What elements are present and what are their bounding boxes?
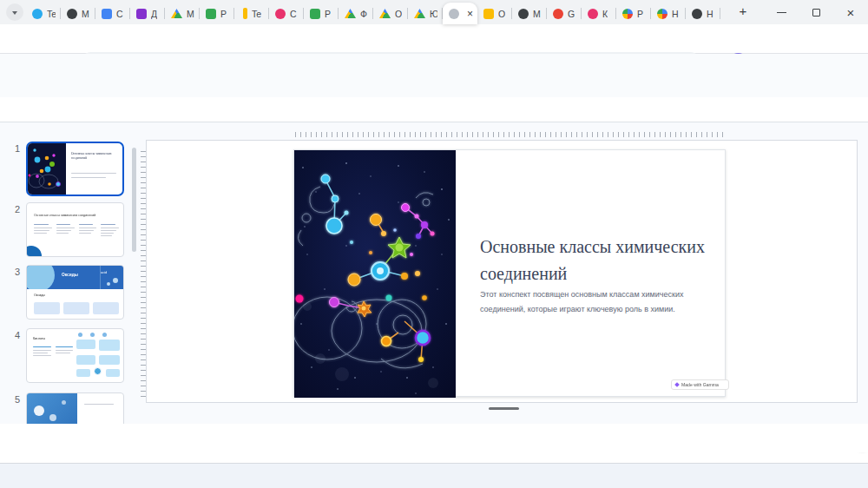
thumb2-decor-circle [26,246,42,257]
new-tab-button[interactable]: + [734,3,752,18]
gamma-badge-text: Made with Gamma [681,382,719,386]
tab-favicon [102,9,112,19]
filmstrip-scrollbar[interactable] [132,148,136,252]
horizontal-ruler [295,132,727,137]
window-minimize-button[interactable] [764,0,799,24]
browser-tab[interactable]: Te [234,3,269,24]
browser-tab[interactable]: Ф [339,3,373,24]
tab-close-icon[interactable]: × [467,9,473,19]
tab-favicon [692,9,702,19]
slides-header: Основные классы химических соединений .P… [0,54,868,97]
tab-favicon [449,9,459,19]
tab-favicon [136,9,147,19]
tab-list: Te М С Д [26,3,720,24]
restore-icon [812,9,820,16]
browser-tab[interactable]: Р [304,3,339,24]
slide-canvas[interactable]: Основные классы химических соединений Эт… [293,149,726,397]
tab-favicon [345,9,356,18]
browser-tab[interactable]: G [547,3,582,24]
tab-favicon [414,9,425,18]
tab-favicon [657,9,667,19]
slide-title-text[interactable]: Основные классы химических соединений [480,234,721,287]
browser-tab[interactable]: Н [686,3,720,24]
thumb2-columns [34,224,119,236]
notes-bar: ‹ Нажмите, чтобы добавить заметки доклад… [0,424,868,452]
thumb3-card [34,302,60,314]
thumb2-title: Основные классы химических соединений [34,214,121,223]
slide-thumbnail-3[interactable]: Оксиды acid Оксиды [26,265,124,320]
browser-tab[interactable]: Ю [408,3,443,24]
browser-tab[interactable]: С [95,3,130,24]
screen: Te М С Д [0,0,868,488]
slide-thumbnail-1[interactable]: Основные классы химических соединений [26,142,124,196]
tab-favicon [171,9,182,18]
tab-favicon [483,9,494,19]
gamma-logo-icon [674,382,680,387]
slide-number: 1 [12,143,23,154]
tab-favicon [32,9,43,19]
gamma-badge: Made with Gamma [671,379,729,390]
windows-taskbar: Поиск O Y [0,463,868,488]
canvas-horizontal-scrollbar[interactable] [489,407,519,410]
tab-favicon [206,9,216,19]
tab-title-text: G [568,9,575,19]
tab-title-text: О [395,9,402,19]
chevron-down-icon [12,11,17,17]
thumb3-card [63,302,89,314]
slide-thumbnail-2[interactable]: Основные классы химических соединений [26,202,124,257]
tab-favicon [243,8,247,19]
browser-tab[interactable]: О [373,3,408,24]
minimize-icon [777,12,786,13]
tab-title-text: К [602,9,608,19]
browser-tab[interactable]: О [477,3,512,24]
window-restore-button[interactable] [799,0,833,24]
window-close-button[interactable]: × [833,0,868,24]
thumb4-heading: Кислоты [33,337,76,346]
browser-tab[interactable]: Н [651,3,686,24]
tab-favicon [622,9,633,19]
browser-tab-strip: Te М С Д [0,0,868,24]
thumb4-columns [33,346,73,356]
tab-title-text: М [82,9,89,19]
browser-navbar: docs.google.com/presentation/d/1zLzFuzBI… [0,24,868,54]
tab-favicon [67,9,77,19]
browser-tab[interactable]: М [165,3,200,24]
browser-tab[interactable]: Te [26,3,61,24]
browser-tab[interactable]: М [512,3,547,24]
slide-number: 4 [12,330,23,340]
tab-title-text: С [116,9,123,19]
tab-title-text: М [187,9,194,19]
tab-title-text: Р [325,9,331,19]
tab-favicon [379,9,391,18]
thumb1-image [28,143,66,195]
thumb1-title: Основные классы химических соединений [71,152,123,171]
tab-title-text: Р [220,9,227,19]
tab-favicon [275,9,286,19]
tab-title-text: М [533,9,541,19]
browser-tab[interactable]: М [61,3,95,24]
slide-thumbnail-4[interactable]: Кислоты [26,328,124,383]
tab-title-text: Ф [360,9,367,19]
molecule-image[interactable] [294,150,456,398]
browser-tab[interactable]: Р [616,3,651,24]
browser-tab[interactable]: Р [200,3,234,24]
thumb3-header-band: Оксиды acid [27,266,123,289]
browser-tab[interactable]: С [269,3,304,24]
slide-body-text[interactable]: Этот конспект посвящен основным классам … [480,287,694,317]
thumb5-line [84,404,114,405]
tab-title-text: Te [47,9,56,19]
tab-title-text: О [498,9,505,19]
vertical-ruler [141,149,146,397]
browser-tab[interactable]: × [443,3,477,24]
tab-favicon [310,9,320,19]
tab-title-text: Н [707,9,713,19]
tab-title-text: Te [252,9,261,19]
slide-number: 3 [12,267,23,277]
thumb3-card [93,302,119,314]
tab-search-button[interactable] [6,3,23,21]
browser-tab[interactable]: К [582,3,616,24]
browser-tab[interactable]: Д [130,3,165,24]
tab-title-text: Р [637,9,643,19]
thumb1-line [71,173,116,174]
tab-title-text: С [290,9,297,19]
